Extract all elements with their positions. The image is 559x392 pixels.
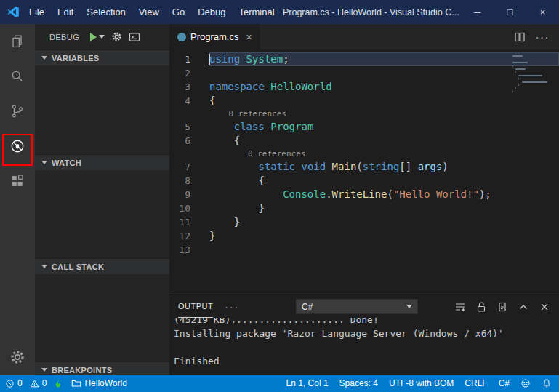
close-panel-button[interactable] — [539, 301, 550, 313]
code-text: { — [209, 94, 559, 108]
menu-edit[interactable]: Edit — [51, 0, 80, 24]
activity-extensions[interactable] — [0, 164, 35, 199]
code-line: 9 Console.WriteLine("Hello World!"); — [169, 188, 559, 201]
minimize-button[interactable]: ─ — [461, 0, 494, 24]
more-actions-icon[interactable]: ··· — [536, 31, 550, 42]
code-line: 8 { — [169, 174, 559, 188]
code-line: 12} — [169, 229, 559, 243]
tab-close-icon[interactable]: × — [246, 31, 252, 43]
output-channel-value: C# — [302, 302, 313, 312]
line-number: 13 — [169, 243, 190, 257]
code-text — [209, 66, 559, 80]
tab-program-cs[interactable]: Program.cs × — [169, 24, 260, 49]
clear-output-button[interactable] — [496, 301, 508, 313]
main-area: DEBUG VARIABLES — [0, 24, 559, 375]
section-content — [35, 65, 169, 154]
code-text: { — [209, 134, 559, 148]
tab-label: Program.cs — [190, 31, 238, 42]
statusbar-right: Ln 1, Col 1 Spaces: 4 UTF-8 with BOM CRL… — [286, 378, 552, 388]
notifications-button[interactable] — [542, 378, 552, 388]
statusbar-left: 0 0 HelloWorld — [5, 378, 127, 388]
code-line: 4{ — [169, 94, 559, 108]
clear-output-icon — [496, 301, 508, 313]
code-text: { — [209, 174, 559, 188]
omnisharp-status[interactable] — [54, 378, 64, 388]
output-content[interactable]: (45219 KB).................... Done!Inst… — [169, 318, 559, 375]
code-editor[interactable]: 1using System;23namespace HelloWorld4{ 0… — [169, 49, 559, 295]
code-line: 3namespace HelloWorld — [169, 80, 559, 94]
section-header[interactable]: CALL STACK — [35, 258, 169, 274]
activity-debug[interactable] — [0, 129, 35, 164]
menu-terminal[interactable]: Terminal — [232, 0, 281, 24]
split-editor-button[interactable] — [514, 31, 526, 43]
menu-file[interactable]: File — [23, 0, 51, 24]
problems-warnings[interactable]: 0 — [30, 378, 47, 388]
activity-explorer[interactable] — [0, 24, 35, 59]
section-header[interactable]: BREAKPOINTS — [35, 361, 169, 375]
maximize-panel-button[interactable] — [518, 301, 529, 313]
code-area: 1using System;23namespace HelloWorld4{ 0… — [169, 52, 559, 257]
search-icon — [9, 68, 25, 84]
debug-console-icon — [129, 31, 140, 43]
menu-selection[interactable]: Selection — [80, 0, 132, 24]
code-line: 10 } — [169, 201, 559, 215]
warning-count: 0 — [42, 378, 47, 388]
debug-console-button[interactable] — [129, 31, 140, 43]
encoding[interactable]: UTF-8 with BOM — [389, 378, 454, 388]
cursor-position[interactable]: Ln 1, Col 1 — [286, 378, 329, 388]
activity-bar — [0, 24, 35, 375]
maximize-button[interactable]: □ — [494, 0, 526, 24]
close-button[interactable]: × — [526, 0, 559, 24]
close-panel-icon — [539, 301, 550, 313]
code-text: 0 references — [209, 148, 559, 160]
section-content — [35, 274, 169, 361]
code-line: 7 static void Main(string[] args) — [169, 160, 559, 174]
start-debug-button[interactable] — [90, 33, 105, 41]
code-line: 5 class Program — [169, 120, 559, 134]
bell-icon — [542, 378, 552, 388]
debug-config-dropdown-icon — [99, 35, 105, 39]
feedback-button[interactable] — [520, 378, 531, 388]
menu-view[interactable]: View — [132, 0, 166, 24]
auto-scroll-lock-button[interactable] — [475, 301, 487, 313]
menu-debug[interactable]: Debug — [191, 0, 232, 24]
workspace-folder[interactable]: HelloWorld — [71, 378, 126, 388]
sidebar-title: DEBUG — [49, 33, 79, 41]
menu-go[interactable]: Go — [166, 0, 191, 24]
debug-configure-button[interactable] — [111, 31, 122, 42]
code-text: class Program — [209, 120, 559, 134]
chevron-up-icon — [518, 301, 529, 313]
eol-sequence[interactable]: CRLF — [465, 378, 487, 388]
files-explorer-icon — [9, 33, 25, 49]
panel-tab-output[interactable]: OUTPUT — [178, 295, 213, 318]
code-line: 6 { — [169, 134, 559, 148]
line-number: 5 — [169, 120, 190, 134]
output-channel-select[interactable]: C# — [296, 299, 418, 314]
indentation[interactable]: Spaces: 4 — [339, 378, 378, 388]
code-line: 2 — [169, 66, 559, 80]
panel-more-icon[interactable]: ··· — [225, 301, 239, 313]
line-number: 8 — [169, 174, 190, 188]
minimap[interactable] — [512, 54, 553, 97]
section-twistie-icon — [41, 161, 47, 164]
activity-source-control[interactable] — [0, 94, 35, 129]
language-mode[interactable]: C# — [499, 378, 510, 388]
code-text: static void Main(string[] args) — [209, 160, 559, 174]
debug-sidebar: DEBUG VARIABLES — [35, 24, 169, 375]
problems-errors[interactable]: 0 — [5, 378, 23, 388]
activity-search[interactable] — [0, 59, 35, 94]
word-wrap-button[interactable] — [454, 301, 466, 313]
codelens-row: 0 references — [169, 148, 559, 160]
section-label: VARIABLES — [52, 54, 99, 63]
sidebar-section-watch: WATCH — [35, 154, 169, 258]
line-number: 1 — [169, 52, 190, 66]
line-number: 2 — [169, 66, 190, 80]
output-line: (45219 KB).................... Done! — [174, 318, 559, 327]
code-line: 1using System; — [169, 52, 559, 66]
sidebar-section-call-stack: CALL STACK — [35, 258, 169, 361]
omnisharp-flame-icon — [54, 378, 64, 388]
section-header[interactable]: VARIABLES — [35, 49, 169, 65]
vscode-window: FileEditSelectionViewGoDebugTerminal Pro… — [0, 0, 559, 392]
section-header[interactable]: WATCH — [35, 154, 169, 170]
activity-settings[interactable] — [0, 340, 35, 375]
